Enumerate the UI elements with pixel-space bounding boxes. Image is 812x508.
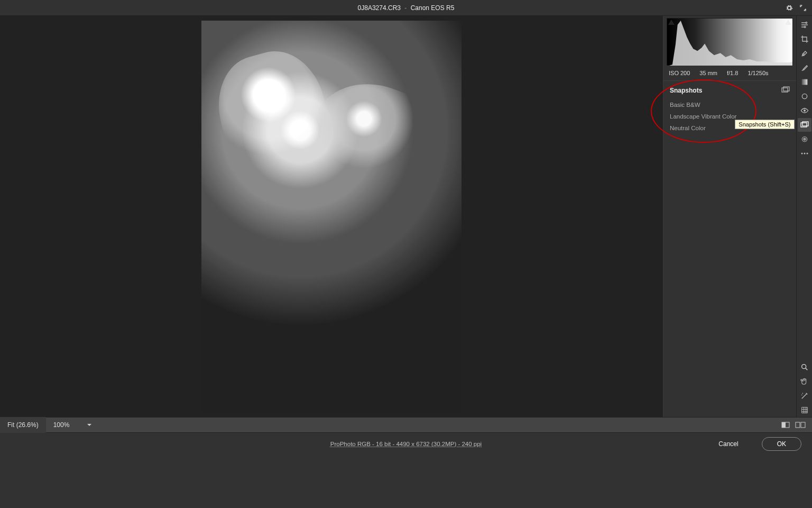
snapshots-label: Snapshots (670, 87, 702, 94)
zoom-fit[interactable]: Fit (26.6%) (0, 417, 46, 433)
zoom-100[interactable]: 100% (46, 417, 77, 433)
hand-tool-icon[interactable] (798, 375, 811, 388)
grid-icon[interactable] (798, 403, 811, 417)
camera-model: Canon EOS R5 (411, 4, 455, 12)
crop-icon[interactable] (798, 32, 811, 46)
histogram[interactable] (667, 18, 793, 66)
svg-rect-21 (801, 422, 805, 428)
svg-point-16 (806, 153, 808, 155)
svg-marker-2 (667, 21, 792, 66)
file-name: 0J8A3274.CR3 (358, 4, 401, 12)
settings-icon[interactable] (785, 3, 794, 13)
title-separator: - (404, 4, 407, 12)
radial-icon[interactable] (798, 89, 811, 103)
right-panel: ISO 200 35 mm f/1.8 1/1250s Snapshots Ba… (663, 16, 796, 417)
gradient-icon[interactable] (798, 75, 811, 89)
before-after-single-icon[interactable] (778, 419, 793, 431)
svg-rect-4 (783, 87, 789, 91)
snapshot-list: Basic B&W Landscape Vibrant Color Neutra… (663, 98, 796, 137)
footer: ProPhoto RGB - 16 bit - 4490 x 6732 (30.… (0, 433, 812, 455)
toolbar-spacer (798, 161, 811, 360)
eyedropper-icon[interactable] (798, 47, 811, 60)
svg-point-13 (804, 138, 806, 140)
aperture-value: f/1.8 (727, 70, 738, 76)
tool-strip: Snapshots (Shift+S) (796, 16, 812, 417)
svg-point-8 (802, 94, 807, 98)
svg-point-6 (804, 26, 806, 28)
exif-row: ISO 200 35 mm f/1.8 1/1250s (663, 66, 796, 81)
edit-sliders-icon[interactable] (798, 18, 811, 32)
snapshot-item[interactable]: Landscape Vibrant Color (663, 111, 796, 122)
zoom-tool-icon[interactable] (798, 360, 811, 374)
svg-point-15 (804, 153, 805, 155)
svg-point-14 (801, 153, 802, 155)
svg-rect-10 (801, 123, 807, 127)
svg-rect-3 (782, 88, 788, 92)
window-title: 0J8A3274.CR3 - Canon EOS R5 (358, 4, 455, 12)
svg-rect-7 (801, 79, 807, 85)
snapshots-header[interactable]: Snapshots (663, 81, 796, 98)
focal-value: 35 mm (699, 70, 717, 76)
wand-icon[interactable] (798, 389, 811, 403)
iso-value: ISO 200 (669, 70, 690, 76)
svg-rect-20 (796, 422, 800, 428)
cancel-button[interactable]: Cancel (704, 438, 753, 450)
preview-image (201, 21, 462, 412)
zoom-dropdown[interactable] (77, 417, 91, 433)
image-info[interactable]: ProPhoto RGB - 16 bit - 4490 x 6732 (30.… (330, 441, 482, 447)
svg-rect-11 (802, 122, 808, 126)
new-snapshot-icon[interactable] (781, 86, 790, 95)
svg-point-17 (801, 365, 806, 369)
brush-icon[interactable] (798, 61, 811, 75)
image-canvas[interactable] (0, 16, 663, 417)
shutter-value: 1/1250s (748, 70, 768, 76)
fullscreen-toggle-icon[interactable] (798, 3, 808, 13)
snapshot-item[interactable]: Basic B&W (663, 99, 796, 111)
svg-point-9 (804, 110, 805, 112)
workspace: ISO 200 35 mm f/1.8 1/1250s Snapshots Ba… (0, 16, 812, 417)
svg-point-5 (806, 22, 807, 24)
snapshot-item[interactable]: Neutral Color (663, 122, 796, 134)
title-bar: 0J8A3274.CR3 - Canon EOS R5 (0, 0, 812, 16)
svg-rect-19 (782, 422, 786, 428)
snapshots-tool-icon[interactable]: Snapshots (Shift+S) (798, 118, 811, 132)
preset-icon[interactable] (798, 132, 811, 146)
before-after-split-icon[interactable] (793, 419, 808, 431)
ok-button[interactable]: OK (762, 437, 801, 451)
zoom-bar: Fit (26.6%) 100% (0, 417, 812, 433)
more-icon[interactable] (798, 147, 811, 160)
redeye-icon[interactable] (798, 104, 811, 117)
